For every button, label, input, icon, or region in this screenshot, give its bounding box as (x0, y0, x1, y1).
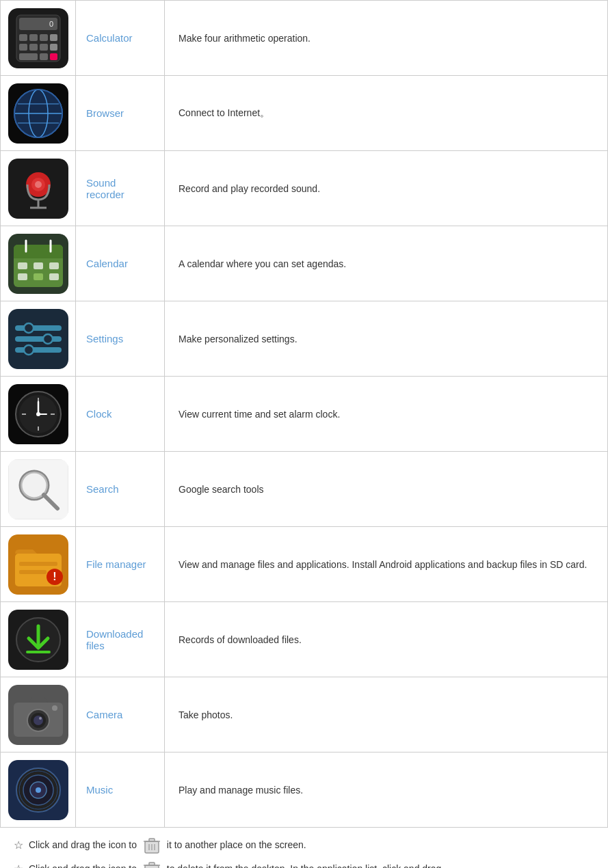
sound-recorder-name[interactable]: Soundrecorder (76, 151, 165, 226)
svg-rect-40 (49, 273, 59, 280)
star-icon-1: ☆ (14, 836, 23, 856)
calculator-name[interactable]: Calculator (76, 1, 165, 76)
svg-rect-38 (18, 273, 27, 280)
svg-rect-5 (29, 34, 38, 41)
calendar-name[interactable]: Calendar (76, 226, 165, 301)
music-name[interactable]: Music (76, 752, 165, 828)
music-description: Play and manage music files. (165, 752, 608, 828)
calendar-icon-cell (1, 226, 76, 301)
downloaded-files-icon-cell (1, 602, 76, 677)
file-manager-description: View and manage files and applications. … (165, 527, 608, 602)
svg-rect-65 (19, 570, 47, 574)
app-row-downloaded-files: DownloadedfilesRecords of downloaded fil… (1, 602, 608, 677)
svg-rect-39 (34, 273, 43, 280)
search-icon-cell (1, 452, 76, 527)
sound-recorder-description: Record and play recorded sound. (165, 151, 608, 226)
svg-rect-64 (19, 562, 57, 566)
svg-point-47 (24, 345, 34, 355)
svg-rect-6 (40, 34, 48, 41)
downloaded-files-description: Records of downloaded files. (165, 602, 608, 677)
browser-name[interactable]: Browser (76, 76, 165, 151)
svg-point-82 (36, 787, 41, 793)
svg-point-57 (36, 412, 40, 416)
app-row-calculator: 0 CalculatorMake four arithmetic operati… (1, 1, 608, 76)
app-row-file-manager: ! File managerView and manage files and … (1, 527, 608, 602)
app-row-settings: SettingsMake personalized settings. (1, 301, 608, 377)
search-name[interactable]: Search (76, 452, 165, 527)
svg-rect-7 (50, 34, 57, 41)
file-manager-name[interactable]: File manager (76, 527, 165, 602)
camera-name[interactable]: Camera (76, 677, 165, 752)
settings-icon[interactable] (8, 309, 68, 369)
calendar-description: A calendar where you can set agendas. (165, 226, 608, 301)
file-manager-icon[interactable]: ! (8, 534, 68, 595)
svg-rect-9 (29, 44, 38, 51)
svg-point-77 (52, 705, 57, 711)
footer-line1: Click and drag the icon to it to another… (29, 836, 306, 855)
app-row-camera: CameraTake photos. (1, 677, 608, 752)
camera-description: Take photos. (165, 677, 608, 752)
music-icon[interactable] (8, 760, 68, 820)
svg-rect-14 (50, 53, 57, 60)
settings-name[interactable]: Settings (76, 301, 165, 377)
file-manager-icon-cell: ! (1, 527, 76, 602)
camera-icon-cell (1, 677, 76, 752)
svg-rect-13 (40, 53, 48, 60)
clock-name[interactable]: Clock (76, 377, 165, 452)
calculator-icon[interactable]: 0 (8, 8, 68, 68)
music-icon-cell (1, 752, 76, 828)
svg-point-75 (34, 716, 43, 725)
search-description: Google search tools (165, 452, 608, 527)
svg-text:!: ! (53, 571, 56, 582)
svg-rect-11 (50, 44, 57, 51)
sound-recorder-icon[interactable] (8, 159, 68, 219)
svg-point-28 (35, 181, 42, 188)
downloaded-files-name[interactable]: Downloadedfiles (76, 602, 165, 677)
search-icon[interactable] (8, 459, 68, 519)
settings-description: Make personalized settings. (165, 301, 608, 377)
svg-rect-10 (40, 44, 48, 51)
clock-description: View current time and set alarm clock. (165, 377, 608, 452)
app-row-browser: BrowserConnect to Internet。 (1, 76, 608, 151)
browser-icon-cell (1, 76, 76, 151)
browser-icon[interactable] (8, 83, 68, 144)
app-row-search: SearchGoogle search tools (1, 452, 608, 527)
star-icon-2: ☆ (14, 860, 23, 868)
calculator-icon-cell: 0 (1, 1, 76, 76)
app-row-clock: ClockView current time and set alarm clo… (1, 377, 608, 452)
svg-point-45 (43, 334, 53, 344)
browser-description: Connect to Internet。 (165, 76, 608, 151)
clock-icon[interactable] (8, 384, 68, 444)
footer-section: ☆ Click and drag the icon to it to anoth… (0, 828, 608, 868)
svg-rect-37 (49, 262, 59, 269)
downloaded-files-icon[interactable] (8, 610, 68, 670)
svg-rect-8 (19, 44, 27, 51)
svg-rect-4 (19, 34, 27, 41)
footer-line2: Click and drag the icon to to delete it … (29, 860, 441, 868)
app-row-sound-recorder: SoundrecorderRecord and play recorded so… (1, 151, 608, 226)
svg-rect-35 (18, 262, 27, 269)
sound-recorder-icon-cell (1, 151, 76, 226)
svg-rect-46 (15, 347, 62, 353)
svg-point-43 (24, 323, 34, 333)
app-row-music: MusicPlay and manage music files. (1, 752, 608, 828)
settings-icon-cell (1, 301, 76, 377)
svg-rect-32 (14, 254, 63, 258)
svg-rect-42 (15, 325, 62, 331)
apps-table: 0 CalculatorMake four arithmetic operati… (0, 0, 608, 828)
clock-icon-cell (1, 377, 76, 452)
svg-point-76 (39, 717, 42, 720)
svg-rect-44 (15, 336, 62, 342)
svg-rect-36 (34, 262, 43, 269)
camera-icon[interactable] (8, 685, 68, 745)
app-row-calendar: CalendarA calendar where you can set age… (1, 226, 608, 301)
calculator-description: Make four arithmetic operation. (165, 1, 608, 76)
svg-text:0: 0 (49, 20, 53, 28)
svg-rect-12 (19, 53, 38, 60)
calendar-icon[interactable] (8, 234, 68, 294)
